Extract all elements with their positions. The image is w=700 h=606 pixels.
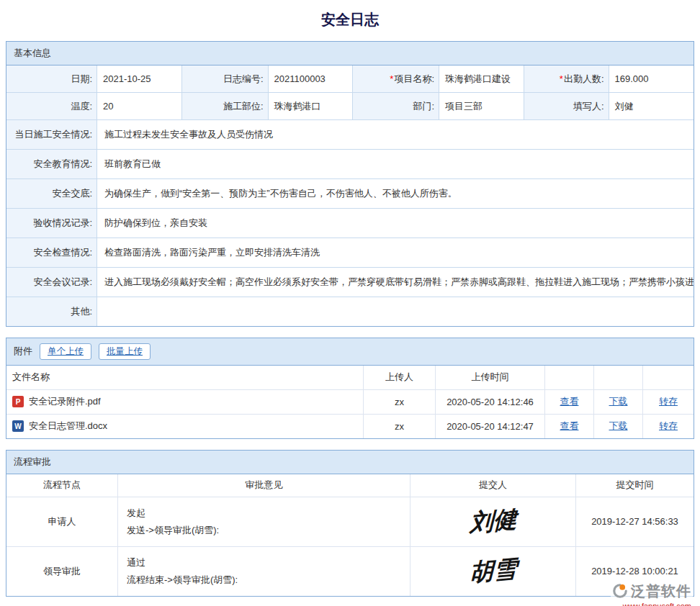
fanpu-watermark: 泛普软件 www.fanpusoft.com [611, 580, 693, 606]
field-label: 施工部位: [182, 93, 269, 120]
approval-row: 领导审批 通过 流程结束->领导审批(胡雪): 胡雪 2019-12-28 10… [6, 547, 694, 596]
file-actions-cell: 查看 [545, 415, 594, 438]
file-row: W 安全日志管理.docx zx 2020-05-20 14:12:47 查看 … [6, 415, 694, 438]
required-asterisk: * [390, 73, 393, 84]
approval-node: 领导审批 [6, 547, 118, 596]
handwritten-signature: 刘健 [469, 503, 517, 540]
field-label-text: 部门: [413, 100, 434, 113]
field-label-text: 施工部位: [223, 100, 264, 113]
field-value: 施工过程未发生安全事故及人员受伤情况 [97, 120, 694, 149]
approval-opinion-cell: 发起 发送->领导审批(胡雪): [118, 497, 410, 546]
submitter-signature-cell: 胡雪 [410, 547, 576, 596]
field-value: 进入施工现场必须戴好安全帽；高空作业必须系好安全带，严禁穿硬底带钉易滑鞋；严禁赤… [97, 268, 694, 297]
field-value: 检查路面清洗，路面污染严重，立即安排清洗车清洗 [97, 238, 694, 267]
fanpu-logo-icon [612, 583, 628, 599]
approval-opinion: 通过 流程结束->领导审批(胡雪): [127, 554, 238, 588]
batch-upload-button[interactable]: 批量上传 [99, 343, 151, 360]
field-label-text: 日期: [71, 73, 92, 86]
approval-node: 申请人 [6, 497, 118, 546]
approval-table: 流程节点 审批意见 提交人 提交时间 申请人 发起 发送->领导审批(胡雪): … [6, 474, 694, 596]
field-label-text: 温度: [71, 100, 92, 113]
attachments-section: 附件 单个上传 批量上传 文件名称 上传人 上传时间 P 安全记录附件.pdf [6, 338, 694, 439]
field-value: 20 [97, 93, 182, 120]
basic-info-section: 基本信息 日期: 2021-10-25 日志编号: 2021100003 *项目… [6, 41, 694, 327]
field-value: 珠海鹤港口 [269, 93, 354, 120]
download-link[interactable]: 下载 [609, 420, 628, 433]
form-row: 安全检查情况: 检查路面清洗，路面污染严重，立即安排清洗车清洗 [6, 238, 694, 268]
page: 安全日志 基本信息 日期: 2021-10-25 日志编号: 202110000… [0, 0, 700, 606]
file-actions-cell: 下载 [594, 415, 643, 438]
file-name: 安全记录附件.pdf [29, 395, 101, 408]
uploader-column-header: 上传人 [364, 366, 436, 389]
form-row: 其他: [6, 297, 694, 326]
node-column-header: 流程节点 [6, 474, 118, 497]
attachments-header: 附件 单个上传 批量上传 [6, 338, 694, 366]
action-column-header [643, 366, 694, 389]
approval-opinion-line1: 发起 [127, 505, 219, 521]
action-column-header [594, 366, 643, 389]
file-upload-time: 2020-05-20 14:12:47 [436, 415, 545, 438]
attachments-table: 文件名称 上传人 上传时间 P 安全记录附件.pdf zx 2020-05-20… [6, 366, 694, 438]
approval-opinion-line2: 发送->领导审批(胡雪): [127, 522, 219, 538]
form-row: 安全教育情况: 班前教育已做 [6, 150, 694, 179]
field-label-text: 日志编号: [223, 73, 264, 86]
upload-time-column-header: 上传时间 [436, 366, 545, 389]
field-value: 班前教育已做 [97, 150, 694, 178]
download-link[interactable]: 下载 [609, 395, 628, 408]
file-name-column-header: 文件名称 [6, 366, 364, 389]
field-value: 项目三部 [439, 93, 524, 120]
field-label: 安全交底: [6, 179, 97, 208]
opinion-column-header: 审批意见 [118, 474, 410, 497]
field-value [97, 297, 694, 326]
submitter-signature-cell: 刘健 [410, 497, 576, 546]
attachments-title: 附件 [14, 345, 32, 358]
file-name-cell: W 安全日志管理.docx [6, 415, 364, 438]
file-uploader: zx [364, 390, 436, 414]
file-name-cell: P 安全记录附件.pdf [6, 390, 364, 414]
fanpu-brand-url: www.fanpusoft.com [612, 602, 691, 606]
approval-section: 流程审批 流程节点 审批意见 提交人 提交时间 申请人 发起 发送->领导审批(… [6, 450, 694, 597]
field-label: 填写人: [524, 93, 609, 120]
save-as-link[interactable]: 转存 [659, 395, 678, 408]
fanpu-brand-name: 泛普软件 [631, 582, 691, 601]
field-value: 为确保生产，做到“安全第一、预防为主”不伤害自己，不伤害他人、不被他人所伤害。 [97, 179, 694, 208]
view-link[interactable]: 查看 [560, 395, 579, 408]
field-label: 验收情况记录: [6, 209, 97, 238]
field-label-text: 项目名称: [394, 73, 434, 86]
field-label-text: 出勤人数: [564, 73, 604, 86]
file-row: P 安全记录附件.pdf zx 2020-05-20 14:12:46 查看 下… [6, 390, 694, 415]
single-upload-button[interactable]: 单个上传 [40, 343, 91, 360]
field-label: *项目名称: [353, 65, 439, 93]
approval-table-header-row: 流程节点 审批意见 提交人 提交时间 [6, 474, 694, 497]
basic-info-title: 基本信息 [14, 47, 51, 60]
field-label: 部门: [353, 93, 439, 120]
field-value: 2021100003 [269, 65, 354, 93]
file-actions-cell: 下载 [594, 390, 643, 414]
field-value: 珠海鹤港口建设 [439, 65, 524, 93]
save-as-link[interactable]: 转存 [659, 420, 678, 433]
submit-time: 2019-12-27 14:56:33 [576, 497, 694, 546]
attachments-table-header-row: 文件名称 上传人 上传时间 [6, 366, 694, 390]
file-actions-cell: 查看 [545, 390, 594, 414]
field-label-text: 填写人: [573, 100, 604, 113]
field-label: 温度: [6, 93, 97, 120]
field-label: 当日施工安全情况: [6, 120, 97, 149]
basic-info-full-rows: 当日施工安全情况: 施工过程未发生安全事故及人员受伤情况 安全教育情况: 班前教… [6, 120, 694, 326]
view-link[interactable]: 查看 [560, 420, 579, 433]
submit-time-column-header: 提交时间 [576, 474, 694, 497]
approval-opinion-cell: 通过 流程结束->领导审批(胡雪): [118, 547, 410, 596]
basic-info-grid: 日期: 2021-10-25 日志编号: 2021100003 *项目名称: 珠… [6, 65, 694, 120]
field-value: 169.000 [609, 65, 694, 93]
field-value: 2021-10-25 [97, 65, 182, 93]
field-label: *出勤人数: [524, 65, 609, 93]
field-label: 安全会议记录: [6, 268, 97, 297]
form-row: 当日施工安全情况: 施工过程未发生安全事故及人员受伤情况 [6, 120, 694, 150]
form-row: 安全交底: 为确保生产，做到“安全第一、预防为主”不伤害自己，不伤害他人、不被他… [6, 179, 694, 209]
field-label: 安全检查情况: [6, 238, 97, 267]
handwritten-signature: 胡雪 [469, 553, 517, 589]
field-label: 日期: [6, 65, 97, 93]
field-label: 其他: [6, 297, 97, 326]
approval-row: 申请人 发起 发送->领导审批(胡雪): 刘健 2019-12-27 14:56… [6, 497, 694, 547]
action-column-header [545, 366, 594, 389]
file-name: 安全日志管理.docx [29, 420, 107, 433]
